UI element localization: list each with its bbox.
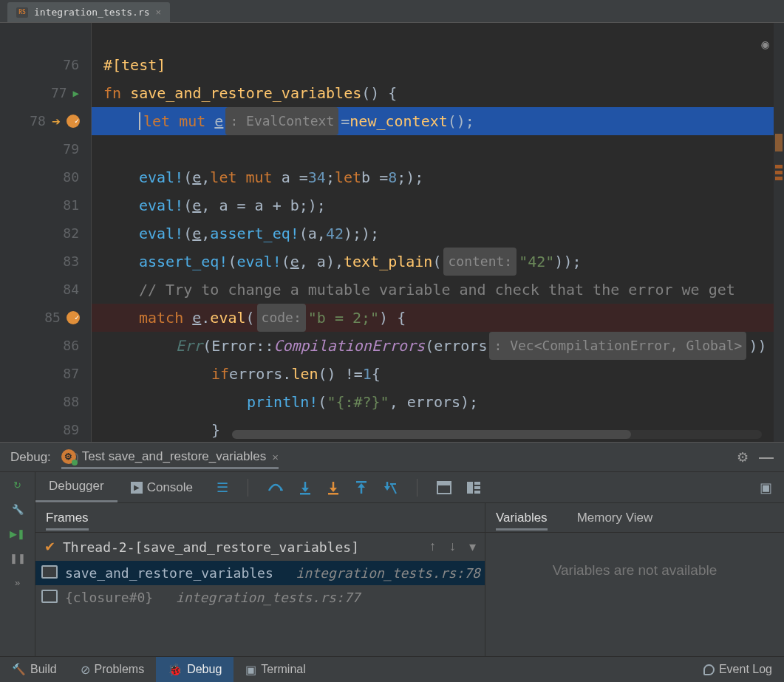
text-caret: [139, 112, 140, 130]
minimap-mark: [775, 171, 783, 174]
console-tab[interactable]: ▶Console: [117, 472, 206, 502]
close-session-icon[interactable]: ×: [272, 451, 279, 463]
evaluate-expression-icon[interactable]: [437, 481, 451, 494]
minimap-mark: [775, 165, 783, 168]
step-out-icon[interactable]: [355, 480, 368, 495]
editor-tabbar: RS integration_tests.rs ×: [0, 0, 784, 22]
file-tab-integration-tests[interactable]: RS integration_tests.rs ×: [7, 2, 170, 22]
close-tab-icon[interactable]: ×: [156, 7, 162, 18]
memory-view-tab[interactable]: Memory View: [577, 511, 653, 525]
svg-rect-8: [474, 486, 480, 489]
param-hint: content:: [443, 248, 517, 276]
frame-location: integration_tests.rs:78: [296, 565, 480, 581]
line-number: 76: [58, 51, 79, 79]
scrollbar-thumb[interactable]: [232, 430, 631, 439]
editor-minimap[interactable]: [774, 23, 784, 442]
rerun-icon[interactable]: ↻: [13, 480, 21, 491]
speech-bubble-icon: [703, 664, 715, 675]
code-area[interactable]: ◉ #[test] fn save_and_restore_variables(…: [92, 23, 784, 442]
stack-frame-row[interactable]: save_and_restore_variables integration_t…: [35, 561, 485, 585]
line-number: 88: [58, 388, 79, 416]
prev-thread-icon[interactable]: ↑: [429, 539, 436, 555]
frame-location: integration_tests.rs:77: [176, 590, 360, 605]
svg-rect-0: [300, 493, 310, 495]
stack-frame-row[interactable]: {closure#0} integration_tests.rs:77: [35, 585, 485, 610]
thread-dropdown-icon[interactable]: ▾: [469, 539, 476, 555]
type-hint: : Vec<CompilationError, Global>: [489, 332, 746, 360]
resume-icon[interactable]: ▶❚: [10, 528, 25, 539]
variables-panel: Variables Memory View Variables are not …: [485, 503, 784, 656]
editor: 76 77▶ 78➔✓ 79 80 81 82 83 84 85✓ 86 87 …: [0, 22, 784, 442]
minimap-selection: [775, 134, 783, 151]
settings-gear-icon[interactable]: ⚙: [737, 449, 749, 466]
line-number: 80: [58, 163, 79, 191]
editor-gutter: 76 77▶ 78➔✓ 79 80 81 82 83 84 85✓ 86 87 …: [0, 23, 92, 442]
variables-empty-message: Variables are not available: [485, 533, 784, 656]
frames-tab[interactable]: Frames: [46, 505, 89, 531]
debug-tool-window: Debug: ⚙ Test save_and_restore_variables…: [0, 442, 784, 656]
force-step-into-icon[interactable]: [327, 480, 340, 495]
wrench-icon[interactable]: 🔧: [12, 504, 24, 515]
separator: [248, 479, 248, 497]
check-icon: ✔: [44, 539, 55, 555]
verified-icon: ✓: [75, 304, 79, 332]
run-to-cursor-icon[interactable]: [383, 480, 398, 495]
status-problems[interactable]: ⊘Problems: [69, 657, 157, 682]
code-editor[interactable]: 76 77▶ 78➔✓ 79 80 81 82 83 84 85✓ 86 87 …: [0, 22, 784, 442]
debug-toolbar: Debugger ▶Console ☰ ▣: [35, 472, 784, 503]
variables-tab[interactable]: Variables: [496, 505, 548, 531]
status-event-log[interactable]: Event Log: [692, 657, 784, 682]
status-build[interactable]: 🔨Build: [0, 657, 69, 682]
threads-icon[interactable]: ☰: [217, 480, 228, 496]
verified-icon: ✓: [75, 107, 79, 135]
line-number: 78: [25, 107, 46, 135]
line-number: 79: [58, 135, 79, 163]
debug-side-toolbar: ↻ 🔧 ▶❚ ❚❚ »: [0, 472, 35, 656]
frames-panel: Frames ✔ Thread-2-[save_and_restore_vari…: [35, 503, 485, 656]
rust-file-icon: RS: [16, 7, 28, 18]
status-terminal[interactable]: ▣Terminal: [234, 657, 317, 682]
thread-selector[interactable]: ✔ Thread-2-[save_and_restore_variables] …: [35, 533, 485, 561]
svg-rect-3: [390, 483, 396, 485]
debug-header: Debug: ⚙ Test save_and_restore_variables…: [0, 443, 784, 472]
debugger-tab[interactable]: Debugger: [35, 472, 117, 502]
svg-rect-5: [437, 482, 451, 485]
line-number: 77: [47, 79, 67, 107]
debug-session-title: Test save_and_restore_variables: [82, 449, 266, 464]
bug-icon: 🐞: [168, 663, 183, 677]
console-icon: ▶: [131, 482, 143, 494]
frame-icon: [44, 593, 58, 603]
thread-name: Thread-2-[save_and_restore_variables]: [63, 539, 359, 555]
hammer-icon: 🔨: [12, 663, 26, 676]
svg-rect-1: [328, 493, 338, 495]
pause-icon[interactable]: ❚❚: [10, 553, 26, 564]
run-test-gutter-icon[interactable]: ▶: [73, 79, 79, 107]
frame-function: {closure#0}: [65, 590, 153, 605]
line-number: 89: [58, 416, 79, 444]
minimize-icon[interactable]: —: [759, 449, 774, 466]
file-tab-label: integration_tests.rs: [34, 7, 150, 18]
code-text: #[test]: [103, 51, 166, 79]
step-over-icon[interactable]: [267, 480, 284, 495]
step-into-icon[interactable]: [299, 480, 312, 495]
svg-rect-9: [474, 491, 480, 494]
param-hint: code:: [257, 304, 306, 332]
svg-rect-6: [467, 482, 473, 494]
minimap-mark: [775, 177, 783, 180]
frame-function: save_and_restore_variables: [65, 565, 273, 581]
svg-rect-7: [474, 482, 480, 485]
execution-pointer-icon: ➔: [52, 107, 61, 135]
next-thread-icon[interactable]: ↓: [449, 539, 456, 555]
layout-restore-icon[interactable]: ▣: [760, 480, 784, 496]
line-number: 83: [58, 248, 79, 276]
more-icon[interactable]: »: [15, 577, 20, 588]
horizontal-scrollbar[interactable]: [232, 430, 762, 439]
type-hint: : EvalContext: [225, 107, 338, 135]
debug-session-tab[interactable]: ⚙ Test save_and_restore_variables ×: [61, 445, 279, 469]
line-number: 87: [58, 360, 79, 388]
layout-settings-icon[interactable]: [466, 481, 481, 494]
status-debug[interactable]: 🐞Debug: [156, 657, 234, 682]
status-bar: 🔨Build ⊘Problems 🐞Debug ▣Terminal Event …: [0, 656, 784, 682]
line-number: 84: [58, 276, 79, 304]
line-number: 86: [58, 332, 79, 360]
